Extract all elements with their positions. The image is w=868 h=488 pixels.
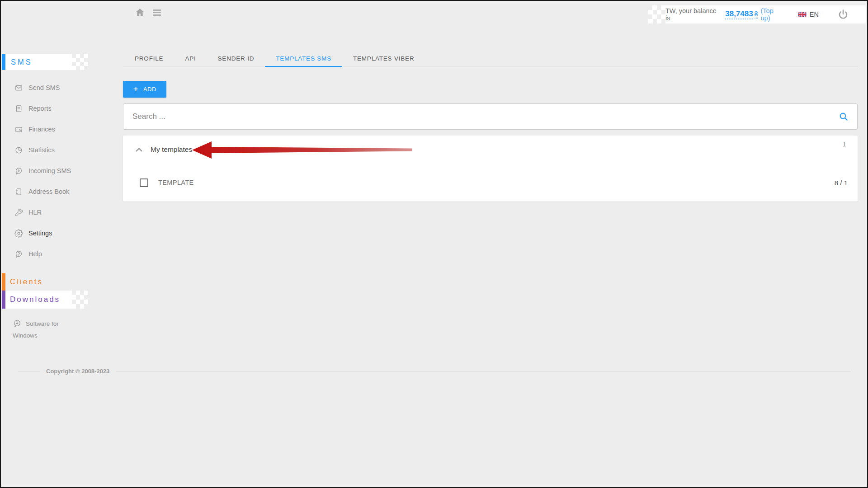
language-code: EN (810, 11, 819, 18)
template-checkbox[interactable] (140, 178, 148, 187)
sidebar-item-label: Send SMS (28, 84, 60, 91)
search-icon[interactable] (839, 112, 849, 122)
template-search (123, 103, 858, 130)
pixel-dissolve-decoration (72, 54, 88, 70)
copyright-text: Copyright © 2008-2023 (46, 368, 109, 375)
template-group-header[interactable]: My templates (123, 136, 858, 164)
sidebar-item-incoming-sms[interactable]: Incoming SMS (1, 160, 96, 181)
sidebar-item-statistics[interactable]: Statistics (1, 140, 96, 160)
sidebar-item-label: Statistics (28, 146, 55, 154)
sidebar-item-label: Incoming SMS (28, 167, 71, 174)
balance-label: TW, your balance is (665, 7, 722, 22)
app-window: TW, your balance is 38,7483 ₴ (Top up) E… (0, 0, 868, 488)
sidebar-item-label: Finances (28, 126, 55, 133)
template-name: TEMPLATE (158, 179, 194, 186)
question-bubble-icon (14, 250, 23, 258)
tab-templates-viber[interactable]: TEMPLATES VIBER (342, 55, 425, 67)
sidebar-item-label: HLR (28, 209, 42, 216)
downloads-accent-bar (2, 291, 5, 309)
tab-api[interactable]: API (174, 55, 207, 67)
tab-sender-id[interactable]: SENDER ID (207, 55, 265, 67)
sidebar-item-label: Reports (28, 105, 52, 112)
hamburger-menu-icon[interactable] (153, 9, 161, 16)
sidebar-item-label: Help (28, 250, 42, 258)
my-templates-card: My templates 1 TEMPLATE 8 / 1 (123, 136, 858, 202)
sidebar-section-sms[interactable]: SMS (2, 54, 72, 70)
template-group-title: My templates (151, 145, 192, 154)
pixel-dissolve-decoration (648, 5, 665, 23)
add-template-button[interactable]: + ADD (123, 81, 166, 98)
account-bar: TW, your balance is 38,7483 ₴ (Top up) E… (665, 5, 866, 23)
divider (18, 371, 40, 371)
envelope-icon (14, 84, 23, 92)
sidebar-item-address-book[interactable]: Address Book (1, 181, 96, 202)
add-button-label: ADD (143, 86, 156, 93)
gear-icon (14, 229, 23, 238)
book-icon (14, 188, 23, 196)
sidebar-section-clients[interactable]: Clients (2, 273, 72, 291)
sidebar-section-downloads[interactable]: Downloads (2, 291, 72, 309)
sidebar-nav: Send SMS Reports Finances Statistics Inc… (1, 77, 96, 264)
document-icon (14, 104, 23, 113)
template-group-count: 1 (843, 141, 846, 148)
balance-currency[interactable]: ₴ (755, 10, 758, 19)
wrench-icon (14, 208, 23, 217)
downloads-section-label: Downloads (2, 295, 60, 304)
clients-accent-bar (2, 273, 5, 291)
sms-section-label: SMS (2, 58, 33, 66)
download-circle-icon (13, 319, 22, 328)
sms-accent-bar (2, 54, 5, 70)
search-input[interactable] (123, 112, 839, 121)
tab-profile[interactable]: PROFILE (124, 55, 174, 67)
tab-templates-sms[interactable]: TEMPLATES SMS (265, 55, 342, 67)
sidebar-item-help[interactable]: Help (1, 244, 96, 264)
sidebar-item-software-for-windows[interactable]: Software for Windows (13, 318, 80, 342)
top-up-link[interactable]: (Top up) (761, 7, 784, 22)
sidebar-item-send-sms[interactable]: Send SMS (1, 77, 96, 98)
pie-chart-icon (14, 146, 23, 155)
settings-tab-bar: PROFILE API SENDER ID TEMPLATES SMS TEMP… (123, 53, 858, 66)
sidebar-item-settings[interactable]: Settings (1, 223, 96, 244)
plus-icon: + (133, 84, 139, 94)
wallet-icon (14, 125, 23, 134)
footer: Copyright © 2008-2023 (18, 368, 851, 375)
sidebar-item-hlr[interactable]: HLR (1, 202, 96, 223)
sidebar-item-label: Address Book (28, 188, 69, 195)
language-selector[interactable]: EN (798, 11, 819, 18)
sidebar-item-finances[interactable]: Finances (1, 119, 96, 140)
chevron-up-icon[interactable] (136, 148, 142, 152)
logout-power-icon[interactable] (838, 9, 849, 20)
home-icon[interactable] (135, 7, 145, 19)
sidebar-item-reports[interactable]: Reports (1, 98, 96, 119)
divider (116, 371, 851, 371)
sidebar-item-label: Settings (28, 230, 52, 237)
balance-value[interactable]: 38,7483 (725, 9, 753, 19)
table-row[interactable]: TEMPLATE 8 / 1 (123, 164, 858, 202)
pixel-dissolve-decoration (72, 291, 88, 309)
template-stat: 8 / 1 (835, 179, 848, 187)
uk-flag-icon (798, 12, 807, 17)
clients-section-label: Clients (2, 277, 43, 286)
bubble-download-icon (14, 167, 23, 175)
